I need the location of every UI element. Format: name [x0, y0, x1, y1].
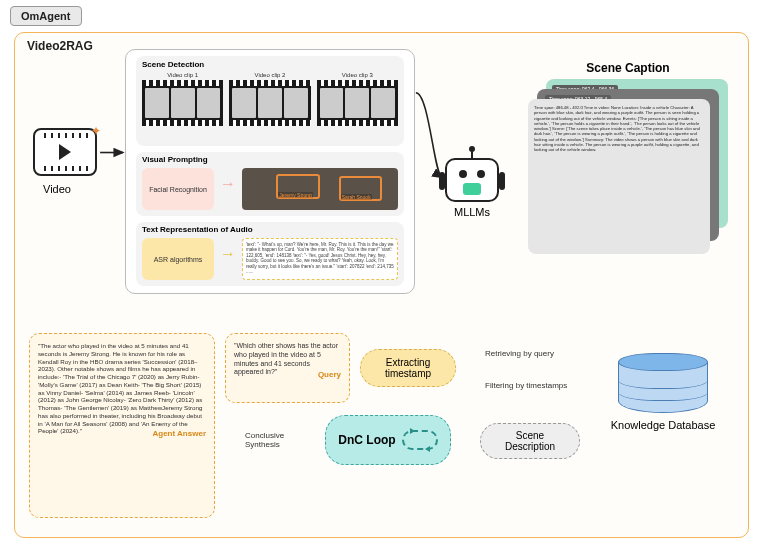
retrieving-label: Retrieving by query: [485, 349, 554, 358]
agent-tag: OmAgent: [10, 6, 82, 26]
mllm-node: MLLMs: [445, 158, 499, 218]
kdb-label: Knowledge Database: [608, 419, 718, 431]
scene-caption-title: Scene Caption: [528, 61, 728, 75]
video2rag-panel: Video2RAG ✦ Video Scene Detection Video …: [14, 32, 749, 538]
dnc-label: DnC Loop: [338, 433, 395, 447]
preprocess-panel: Scene Detection Video clip 1 Video clip …: [125, 49, 415, 294]
asr-module: ASR algorithms: [142, 238, 214, 280]
face-label: Sarah Snook: [341, 194, 372, 200]
scene-detection-title: Scene Detection: [142, 60, 398, 69]
filmstrip-icon: [229, 80, 310, 126]
visual-prompting-title: Visual Prompting: [142, 155, 208, 164]
arrow-icon: →: [220, 175, 236, 193]
filtering-label: Filtering by timestamps: [485, 381, 567, 390]
answer-box: "The actor who played in the video at 5 …: [29, 333, 215, 518]
query-tag: Query: [318, 370, 341, 380]
database-icon: [618, 353, 708, 413]
face-label: Jeremy Strong: [278, 192, 313, 198]
robot-icon: [445, 158, 499, 202]
conclusive-label: Conclusive Synthesis: [245, 431, 295, 449]
scene-detection-box: Scene Detection Video clip 1 Video clip …: [136, 56, 404, 146]
loop-icon: [402, 430, 438, 450]
query-box: "Which other shows has the actor who pla…: [225, 333, 350, 403]
answer-tag: Agent Answer: [153, 429, 207, 439]
visual-prompting-box: Visual Prompting Facial Recognition → Je…: [136, 152, 404, 216]
scene-caption-box: Scene Caption Time span: 962.4 - 966.36 …: [528, 61, 728, 254]
arrow-icon: →: [220, 245, 236, 263]
panel-title: Video2RAG: [27, 39, 93, 53]
dnc-loop-node: DnC Loop: [325, 415, 451, 465]
asr-output: 'text': "- What's up, man? We're here, M…: [242, 238, 398, 280]
answer-text: "The actor who played in the video at 5 …: [38, 342, 202, 434]
text-audio-title: Text Representation of Audio: [142, 225, 253, 234]
video-clip: Video clip 2: [229, 72, 310, 126]
clip-label: Video clip 2: [229, 72, 310, 78]
video-clip: Video clip 3: [317, 72, 398, 126]
video-label: Video: [43, 183, 71, 195]
face-bbox: Sarah Snook: [339, 176, 383, 201]
filmstrip-icon: [142, 80, 223, 126]
scene-card: Time span: 486.48 - 492.0 Time in video:…: [528, 99, 710, 254]
video-icon: ✦: [33, 128, 97, 176]
mllm-label: MLLMs: [445, 206, 499, 218]
facial-recognition-module: Facial Recognition: [142, 168, 214, 210]
extract-timestamp-node: Extracting timestamp: [360, 349, 456, 387]
face-detection-image: Jeremy Strong Sarah Snook: [242, 168, 398, 210]
knowledge-database: Knowledge Database: [608, 353, 718, 431]
video-clip: Video clip 1: [142, 72, 223, 126]
filmstrip-icon: [317, 80, 398, 126]
clip-label: Video clip 1: [142, 72, 223, 78]
face-bbox: Jeremy Strong: [276, 174, 320, 199]
scene-description-node: Scene Description: [480, 423, 580, 459]
clip-label: Video clip 3: [317, 72, 398, 78]
text-audio-box: Text Representation of Audio ASR algorit…: [136, 222, 404, 286]
